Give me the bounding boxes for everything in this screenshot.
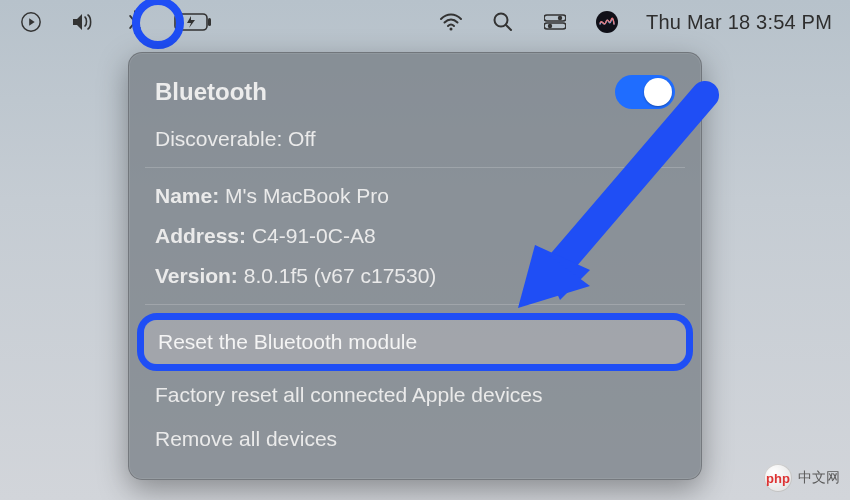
- siri-icon[interactable]: [594, 9, 620, 35]
- volume-icon[interactable]: [70, 9, 96, 35]
- svg-point-3: [450, 28, 453, 31]
- svg-rect-2: [208, 18, 211, 26]
- version-row: Version: 8.0.1f5 (v67 c17530): [141, 256, 689, 296]
- svg-point-9: [596, 11, 618, 33]
- control-center-icon[interactable]: [542, 9, 568, 35]
- watermark-logo: php: [764, 464, 792, 492]
- factory-reset-item[interactable]: Factory reset all connected Apple device…: [141, 373, 689, 417]
- watermark: php 中文网: [764, 464, 840, 492]
- search-icon[interactable]: [490, 9, 516, 35]
- svg-rect-7: [544, 23, 566, 29]
- svg-point-8: [548, 24, 552, 28]
- discoverable-row: Discoverable: Off: [141, 119, 689, 159]
- name-label: Name:: [155, 184, 219, 207]
- annotation-reset-outline: Reset the Bluetooth module: [137, 313, 693, 371]
- remove-all-devices-item[interactable]: Remove all devices: [141, 417, 689, 461]
- menubar-datetime[interactable]: Thu Mar 18 3:54 PM: [646, 11, 832, 34]
- svg-rect-5: [544, 15, 566, 21]
- name-row: Name: M's MacBook Pro: [141, 176, 689, 216]
- address-label: Address:: [155, 224, 246, 247]
- bluetooth-toggle[interactable]: [615, 75, 675, 109]
- bluetooth-dropdown-panel: Bluetooth Discoverable: Off Name: M's Ma…: [128, 52, 702, 480]
- divider: [145, 304, 685, 305]
- watermark-text: 中文网: [798, 469, 840, 487]
- menubar: Thu Mar 18 3:54 PM: [0, 0, 850, 44]
- discoverable-value: Off: [288, 127, 316, 150]
- version-label: Version:: [155, 264, 238, 287]
- address-value: C4-91-0C-A8: [252, 224, 376, 247]
- version-value: 8.0.1f5 (v67 c17530): [244, 264, 437, 287]
- panel-header: Bluetooth: [141, 71, 689, 119]
- discoverable-label: Discoverable:: [155, 127, 282, 150]
- toggle-knob: [644, 78, 672, 106]
- divider: [145, 167, 685, 168]
- battery-charging-icon[interactable]: [174, 9, 214, 35]
- address-row: Address: C4-91-0C-A8: [141, 216, 689, 256]
- svg-point-6: [558, 16, 562, 20]
- bluetooth-icon[interactable]: [122, 9, 148, 35]
- play-circle-icon[interactable]: [18, 9, 44, 35]
- panel-title: Bluetooth: [155, 78, 267, 106]
- name-value: M's MacBook Pro: [225, 184, 389, 207]
- reset-bluetooth-module-item[interactable]: Reset the Bluetooth module: [144, 320, 686, 364]
- wifi-icon[interactable]: [438, 9, 464, 35]
